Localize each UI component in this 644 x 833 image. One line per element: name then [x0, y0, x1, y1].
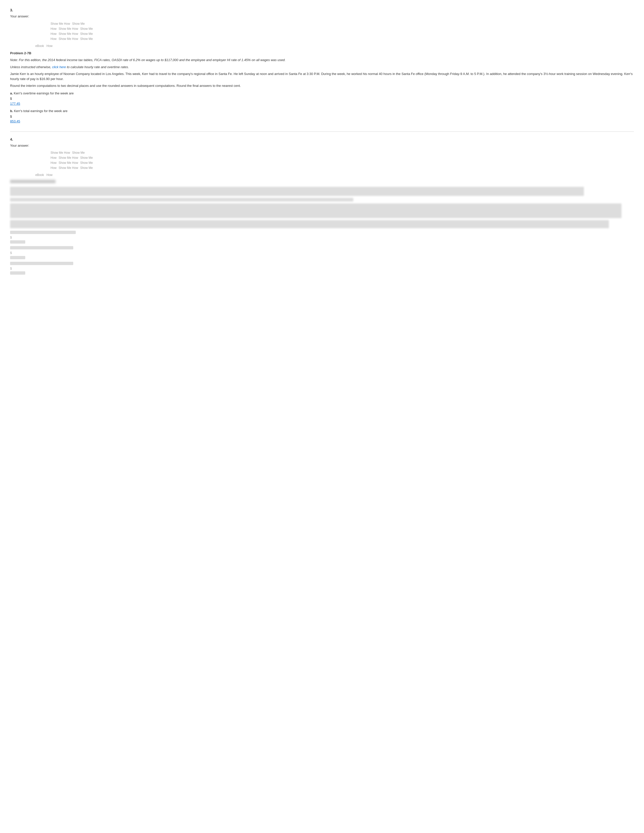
- show-me-how-link-3-2b[interactable]: Show Me How: [59, 26, 78, 31]
- show-me-link-4-2c[interactable]: Show Me: [80, 156, 93, 160]
- note2-after-3: to calculate hourly rate and overtime ra…: [66, 65, 129, 69]
- show-me-row-3-2: How Show Me How Show Me: [50, 26, 634, 31]
- dollar-4b-blurred: $: [10, 251, 634, 256]
- answer-part-4c: $: [10, 262, 634, 275]
- value-4c-blurred: [10, 271, 25, 275]
- show-me-table-3: Show Me How Show Me How Show Me How Show…: [50, 21, 634, 41]
- show-me-row-4-2: How Show Me How Show Me: [50, 156, 634, 160]
- show-me-row-3-4: How Show Me How Show Me: [50, 37, 634, 41]
- problem-note1-4-blurred: [10, 187, 584, 196]
- answer-label-4b-blurred: [10, 246, 73, 249]
- show-me-how-link-3-1a[interactable]: Show Me How: [50, 21, 70, 26]
- note2-before-3: Unless instructed otherwise,: [10, 65, 52, 69]
- problem-body-4-blurred: [10, 203, 621, 218]
- answer-part-3a: a. Kerr's overtime earnings for the week…: [10, 91, 634, 106]
- answer-label-3b: b. Kerr's total earnings for the week ar…: [10, 109, 634, 114]
- show-me-link-3-2c[interactable]: Show Me: [80, 26, 93, 31]
- how-label-3-2a: How: [50, 26, 56, 31]
- ebook-label-4: eBook: [35, 173, 44, 177]
- your-answer-label-3: Your answer:: [10, 14, 634, 19]
- show-me-how-link-3-3b[interactable]: Show Me How: [59, 32, 78, 36]
- round-note-4-blurred: [10, 220, 609, 228]
- dollar-4a-blurred: $: [10, 235, 634, 240]
- section-3: 3. Your answer: Show Me How Show Me How …: [10, 8, 634, 124]
- ebook-row-3: eBook How: [35, 43, 634, 48]
- section-4: 4. Your answer: Show Me How Show Me How …: [10, 137, 634, 275]
- show-me-link-3-1b[interactable]: Show Me: [72, 21, 85, 26]
- show-me-how-link-4-2b[interactable]: Show Me How: [59, 156, 78, 160]
- problem-note2-4-blurred: [10, 198, 353, 201]
- ebook-label-3: eBook: [35, 43, 44, 48]
- round-note-3: Round the interim computations to two de…: [10, 83, 634, 88]
- value-4a-blurred: [10, 240, 25, 244]
- show-me-row-4-4: How Show Me How Show Me: [50, 166, 634, 170]
- click-here-link-3[interactable]: click here: [52, 65, 66, 69]
- part-label-text-3b: Kerr's total earnings for the week are: [14, 109, 68, 113]
- show-me-row-3-1: Show Me How Show Me: [50, 21, 634, 26]
- show-me-row-3-3: How Show Me How Show Me: [50, 32, 634, 36]
- problem-note2-3: Unless instructed otherwise, click here …: [10, 64, 634, 70]
- section-number-4: 4.: [10, 137, 634, 142]
- part-letter-3a: a.: [10, 92, 13, 95]
- answer-part-3b: b. Kerr's total earnings for the week ar…: [10, 109, 634, 124]
- answer-value-3a[interactable]: 177.45: [10, 101, 634, 106]
- how-label-4-3a: How: [50, 161, 56, 165]
- show-me-how-link-4-3b[interactable]: Show Me How: [59, 161, 78, 165]
- problem-note1-3: Note: For this edition, the 2014 federal…: [10, 58, 634, 63]
- part-label-text-3a: Kerr's overtime earnings for the week ar…: [14, 92, 74, 95]
- your-answer-label-4: Your answer:: [10, 143, 634, 148]
- problem-title-4-blurred: [10, 180, 56, 183]
- show-me-link-4-1b[interactable]: Show Me: [72, 150, 85, 155]
- value-4b-blurred: [10, 256, 25, 259]
- show-me-link-3-4c[interactable]: Show Me: [80, 37, 93, 41]
- answer-label-4c-blurred: [10, 262, 73, 265]
- show-me-link-3-3c[interactable]: Show Me: [80, 32, 93, 36]
- how-suffix-4: How: [47, 173, 53, 177]
- dollar-4c-blurred: $: [10, 266, 634, 271]
- answer-part-4a: $: [10, 231, 634, 244]
- show-me-row-4-1: Show Me How Show Me: [50, 150, 634, 155]
- how-label-3-3a: How: [50, 32, 56, 36]
- show-me-row-4-3: How Show Me How Show Me: [50, 161, 634, 165]
- show-me-link-4-3c[interactable]: Show Me: [80, 161, 93, 165]
- how-label-4-4a: How: [50, 166, 56, 170]
- how-suffix-3: How: [47, 43, 53, 48]
- show-me-how-link-3-4b[interactable]: Show Me How: [59, 37, 78, 41]
- answer-label-4a-blurred: [10, 231, 76, 234]
- problem-title-3: Problem 2-7B: [10, 51, 634, 56]
- ebook-row-4: eBook How: [35, 173, 634, 177]
- how-label-3-4a: How: [50, 37, 56, 41]
- show-me-table-4: Show Me How Show Me How Show Me How Show…: [50, 150, 634, 170]
- dollar-sign-3a: $: [10, 96, 634, 101]
- section-number-3: 3.: [10, 8, 634, 13]
- show-me-link-4-4c[interactable]: Show Me: [80, 166, 93, 170]
- answer-label-3a: a. Kerr's overtime earnings for the week…: [10, 91, 634, 96]
- dollar-sign-3b: $: [10, 114, 634, 119]
- answer-value-3b[interactable]: 853.45: [10, 119, 634, 124]
- part-letter-3b: b.: [10, 109, 13, 113]
- show-me-how-link-4-4b[interactable]: Show Me How: [59, 166, 78, 170]
- answer-part-4b: $: [10, 246, 634, 259]
- how-label-4-2a: How: [50, 156, 56, 160]
- show-me-how-link-4-1a[interactable]: Show Me How: [50, 150, 70, 155]
- problem-body-3: Jamie Kerr is an hourly employee of Noon…: [10, 71, 634, 81]
